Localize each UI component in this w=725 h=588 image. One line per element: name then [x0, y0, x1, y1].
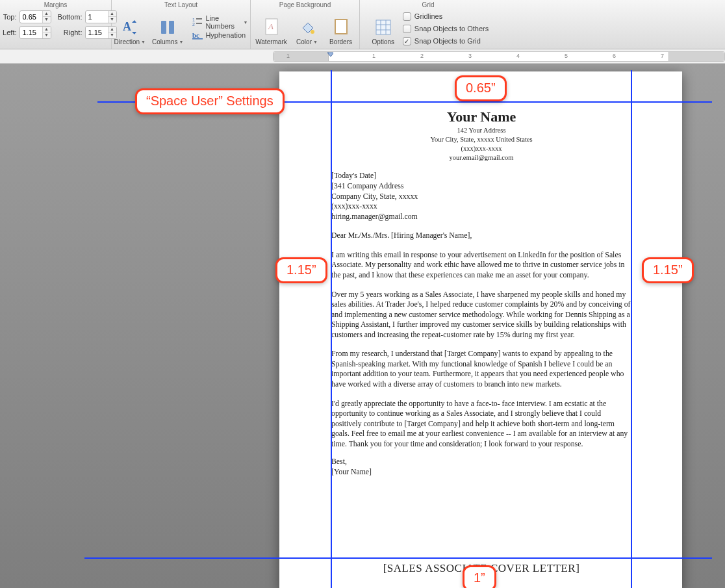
document-canvas[interactable]: Your Name 142 Your Address Your City, St… — [0, 64, 725, 588]
meta-block: [Today's Date] [341 Company Address Comp… — [331, 171, 631, 222]
annotation-right-margin: 1.15” — [642, 257, 694, 283]
checkbox-icon[interactable] — [403, 25, 411, 33]
snap-grid-checkbox-row[interactable]: ✓ Snap Objects to Grid — [403, 36, 489, 47]
watermark-button[interactable]: A Watermark — [254, 10, 289, 47]
margin-bottom-input[interactable] — [86, 12, 108, 22]
paint-bucket-icon — [298, 18, 317, 37]
ruler-tick: 1 — [286, 53, 290, 59]
closing: Best, — [331, 457, 631, 467]
group-grid: Grid Options Gridlines Snap Objects to O… — [360, 0, 496, 49]
group-title-grid: Grid — [360, 1, 496, 8]
chevron-down-icon: ▼ — [141, 40, 146, 44]
svg-rect-5 — [196, 18, 202, 19]
group-title-margins: Margins — [0, 1, 111, 8]
color-label: Color — [296, 38, 312, 45]
label-right: Right: — [54, 29, 83, 36]
snap-others-checkbox-row[interactable]: Snap Objects to Others — [403, 23, 489, 34]
borders-button[interactable]: Borders — [325, 10, 357, 47]
guide-right — [631, 70, 632, 588]
grid-options-button[interactable]: Options — [368, 10, 399, 47]
margin-left-input[interactable] — [20, 27, 42, 38]
header-phone: (xxx)xxx-xxxx — [331, 144, 631, 153]
label-left: Left: — [0, 29, 17, 36]
svg-text:2: 2 — [192, 22, 195, 27]
ruler-tick: 7 — [661, 53, 664, 59]
margin-left-spinner[interactable]: ▲▼ — [19, 26, 51, 39]
guide-left — [331, 70, 332, 588]
ruler-tick: 6 — [613, 53, 616, 59]
svg-rect-6 — [196, 23, 202, 24]
salutation: Dear Mr./Ms./Mrs. [Hiring Manager's Name… — [331, 231, 631, 241]
guide-bottom — [84, 557, 712, 559]
meta-date: [Today's Date] — [331, 171, 631, 181]
columns-label: Columns — [152, 38, 177, 45]
document-content[interactable]: Your Name 142 Your Address Your City, St… — [331, 107, 631, 552]
group-page-background: Page Background A Watermark Color▼ Borde… — [251, 0, 360, 49]
paragraph-3: From my research, I understand that [Tar… — [331, 349, 631, 389]
ruler-area: 1 1 2 3 4 5 6 7 — [0, 49, 725, 64]
columns-button[interactable]: Columns▼ — [151, 10, 184, 47]
svg-rect-12 — [335, 19, 347, 34]
spin-up-icon[interactable]: ▲ — [43, 11, 51, 17]
hyphenation-icon: bc — [192, 30, 203, 40]
annotation-left-margin: 1.15” — [275, 257, 327, 283]
watermark-label: Watermark — [255, 38, 287, 45]
header-address1: 142 Your Address — [331, 126, 631, 135]
ribbon: Margins Top: ▲▼ Bottom: ▲▼ Left: — [0, 0, 725, 49]
paragraph-2: Over my 5 years working as a Sales Assoc… — [331, 290, 631, 340]
header-email: your.email@gmail.com — [331, 153, 631, 162]
page-color-button[interactable]: Color▼ — [293, 10, 322, 47]
group-title-text-layout: Text Layout — [112, 1, 250, 8]
checkbox-icon[interactable]: ✓ — [403, 37, 411, 45]
watermark-icon: A — [262, 18, 281, 37]
spin-up-icon[interactable]: ▲ — [43, 27, 51, 32]
hyphenation-button[interactable]: bc Hyphenation — [191, 29, 249, 41]
svg-text:1: 1 — [192, 18, 195, 22]
svg-marker-18 — [327, 53, 333, 57]
meta-company-city: Company City, State, xxxxx — [331, 192, 631, 202]
group-text-layout: Text Layout A Direction▼ Columns▼ 12 — [112, 0, 251, 49]
annotation-top-margin: 0.65” — [455, 75, 507, 101]
svg-rect-8 — [192, 38, 203, 40]
borders-icon — [331, 18, 351, 37]
columns-icon — [158, 18, 177, 37]
spin-down-icon[interactable]: ▼ — [43, 32, 51, 38]
line-numbers-button[interactable]: 12 Line Numbers ▼ — [191, 16, 249, 28]
direction-button[interactable]: A Direction▼ — [113, 10, 147, 47]
letter-header: Your Name 142 Your Address Your City, St… — [331, 107, 631, 162]
indent-marker-icon[interactable] — [327, 51, 333, 57]
borders-label: Borders — [329, 38, 352, 45]
ruler-tick: 3 — [468, 53, 472, 59]
checkbox-icon[interactable] — [403, 12, 411, 21]
annotation-bottom-margin: 1” — [463, 565, 496, 588]
group-title-page-bg: Page Background — [251, 1, 359, 8]
options-label: Options — [372, 38, 394, 45]
grid-icon — [374, 18, 393, 37]
svg-rect-13 — [376, 20, 390, 34]
ruler-tick: 2 — [420, 53, 424, 59]
group-margins: Margins Top: ▲▼ Bottom: ▲▼ Left: — [0, 0, 112, 49]
ruler-margin-right — [668, 52, 724, 61]
direction-icon: A — [120, 18, 140, 37]
margin-top-input[interactable] — [20, 12, 42, 22]
ruler-tick: 4 — [516, 53, 520, 59]
meta-hiring-email: hiring.manager@gmail.com — [331, 212, 631, 222]
annotation-space-user: “Space User” Settings — [135, 88, 285, 114]
header-address2: Your City, State, xxxxx United States — [331, 135, 631, 144]
spin-down-icon[interactable]: ▼ — [43, 17, 51, 23]
label-top: Top: — [0, 13, 17, 21]
margin-right-input[interactable] — [86, 27, 108, 38]
gridlines-label: Gridlines — [414, 12, 442, 20]
signature: [Your Name] — [331, 467, 631, 478]
gridlines-checkbox-row[interactable]: Gridlines — [403, 11, 489, 22]
horizontal-ruler[interactable]: 1 1 2 3 4 5 6 7 — [273, 51, 725, 62]
paragraph-1: I am writing this email in response to y… — [331, 250, 631, 281]
label-bottom: Bottom: — [54, 13, 83, 21]
page[interactable]: Your Name 142 Your Address Your City, St… — [279, 71, 682, 588]
svg-rect-2 — [169, 21, 174, 34]
direction-label: Direction — [114, 38, 140, 45]
ruler-tick: 1 — [372, 53, 375, 59]
snap-grid-label: Snap Objects to Grid — [414, 37, 481, 45]
chevron-down-icon: ▼ — [313, 40, 318, 44]
margin-top-spinner[interactable]: ▲▼ — [19, 10, 51, 23]
